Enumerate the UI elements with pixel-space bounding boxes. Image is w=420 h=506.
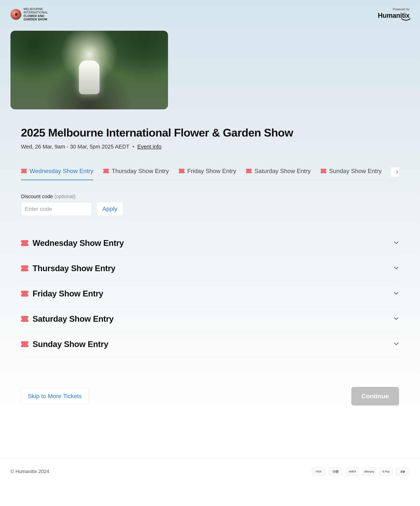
chevron-down-icon xyxy=(394,240,399,246)
tab-saturday[interactable]: Saturday Show Entry xyxy=(246,168,311,180)
section-friday[interactable]: Friday Show Entry xyxy=(21,281,399,306)
section-saturday[interactable]: Saturday Show Entry xyxy=(21,306,399,332)
chevron-down-icon xyxy=(394,265,399,272)
chevron-down-icon xyxy=(394,341,399,347)
section-sunday[interactable]: Sunday Show Entry xyxy=(21,332,399,357)
ticket-icon xyxy=(21,341,28,347)
tabs-scroll-right[interactable] xyxy=(390,167,399,177)
payment-logos: VISA AMEX afterpay G Pay zip xyxy=(312,467,409,476)
event-hero-image xyxy=(11,31,168,109)
ticket-icon xyxy=(103,169,109,173)
event-datetime: Wed, 26 Mar, 9am - 30 Mar, 5pm 2025 AEDT xyxy=(21,144,129,150)
section-wednesday[interactable]: Wednesday Show Entry xyxy=(21,238,399,256)
flower-icon xyxy=(11,9,21,20)
ticket-icon xyxy=(21,265,28,271)
ticket-icon xyxy=(246,169,252,173)
section-thursday[interactable]: Thursday Show Entry xyxy=(21,256,399,281)
tab-wednesday[interactable]: Wednesday Show Entry xyxy=(21,168,93,180)
event-logo-text: MELBOURNE INTERNATIONAL FLOWER AND GARDE… xyxy=(24,7,48,21)
afterpay-logo: afterpay xyxy=(362,467,376,476)
mastercard-logo xyxy=(329,467,342,476)
google-pay-logo: G Pay xyxy=(379,467,393,476)
powered-by: Powered by Humanitix xyxy=(378,7,409,20)
continue-button[interactable]: Continue xyxy=(351,387,399,406)
skip-to-more-tickets-button[interactable]: Skip to More Tickets xyxy=(21,388,89,404)
chevron-right-icon xyxy=(395,170,399,174)
event-logo: MELBOURNE INTERNATIONAL FLOWER AND GARDE… xyxy=(11,7,48,21)
ticket-icon xyxy=(21,169,27,173)
zip-logo: zip xyxy=(396,467,409,476)
ticket-icon xyxy=(21,291,28,297)
copyright: © Humanitix 2024 xyxy=(11,469,49,474)
ticket-icon xyxy=(320,169,326,173)
event-title: 2025 Melbourne International Flower & Ga… xyxy=(21,126,399,139)
ticket-icon xyxy=(21,316,28,322)
divider xyxy=(21,158,399,158)
discount-label: Discount code (optional) xyxy=(21,194,399,200)
chevron-down-icon xyxy=(394,290,399,297)
tab-thursday[interactable]: Thursday Show Entry xyxy=(103,168,169,180)
tab-friday[interactable]: Friday Show Entry xyxy=(179,168,236,180)
event-info-link[interactable]: Event info xyxy=(137,144,162,150)
visa-logo: VISA xyxy=(312,467,325,476)
chevron-down-icon xyxy=(394,316,399,322)
ticket-sections: Wednesday Show Entry Thursday Show Entry… xyxy=(21,238,399,357)
ticket-icon xyxy=(179,169,185,173)
humanitix-logo: Humanitix xyxy=(378,12,409,20)
tabs: Wednesday Show Entry Thursday Show Entry… xyxy=(21,168,399,180)
discount-code-input[interactable] xyxy=(21,202,92,216)
tab-sunday[interactable]: Sunday Show Entry xyxy=(320,168,382,180)
amex-logo: AMEX xyxy=(346,467,359,476)
apply-button[interactable]: Apply xyxy=(97,202,123,216)
ticket-icon xyxy=(21,240,28,246)
